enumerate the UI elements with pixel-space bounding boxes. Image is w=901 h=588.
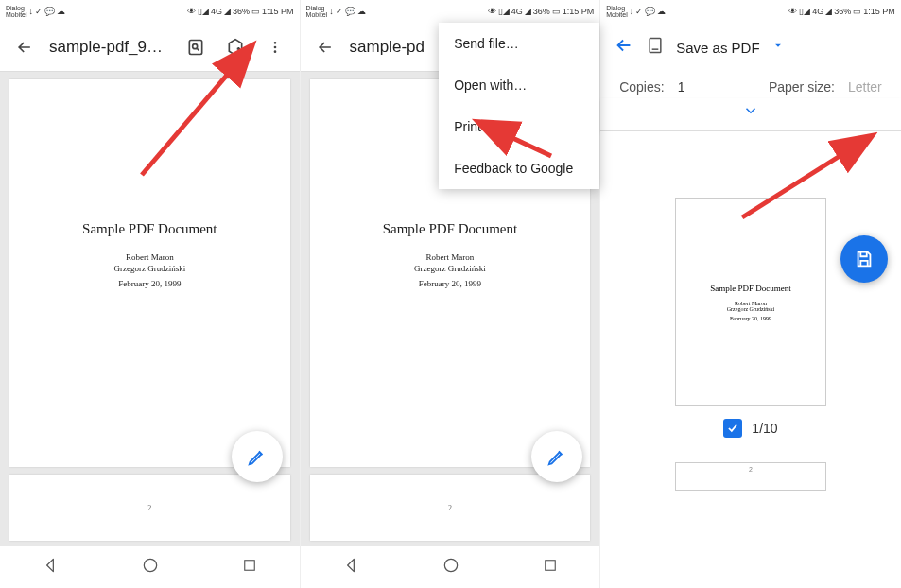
doc-title: Sample PDF Document: [383, 221, 518, 237]
doc-date: February 20, 1999: [730, 316, 771, 321]
back-icon[interactable]: [614, 35, 634, 60]
find-icon[interactable]: [181, 32, 211, 62]
page-counter: 1/10: [752, 421, 777, 436]
nav-back-icon[interactable]: [341, 556, 360, 579]
destination-label[interactable]: Save as PDF: [676, 40, 759, 56]
doc-date: February 20, 1999: [118, 279, 181, 288]
page-number: 2: [147, 504, 151, 512]
nav-recent-icon[interactable]: [542, 557, 559, 578]
panel-menu: Dialog Mobitel ↓ ✓ 💬 ☁ 👁 ▯◢ 4G ◢ 36% ▭ 1…: [301, 0, 601, 588]
pdf-icon: [646, 36, 665, 59]
carrier-top: Dialog: [6, 5, 27, 11]
status-bar: Dialog Mobitel ↓ ✓ 💬 ☁ 👁 ▯◢ 4G ◢ 36% ▭ 1…: [600, 0, 901, 23]
menu-item-send[interactable]: Send file…: [439, 23, 599, 64]
network-label: 4G: [511, 7, 523, 16]
nav-home-icon[interactable]: [442, 556, 460, 579]
cloud-icon: ☁: [657, 7, 666, 16]
page-number: 2: [749, 466, 753, 473]
battery-icon: ▭: [853, 7, 861, 16]
chevron-down-icon[interactable]: [771, 39, 785, 56]
download-icon: ↓: [329, 7, 334, 16]
menu-item-print[interactable]: Print: [439, 106, 599, 147]
save-fab[interactable]: [840, 235, 888, 283]
svg-point-1: [192, 43, 197, 48]
page-number: 2: [448, 504, 452, 512]
cloud-add-icon[interactable]: [220, 32, 251, 62]
clock: 1:15 PM: [262, 7, 294, 16]
carrier-bottom: Mobitel: [306, 11, 328, 18]
doc-author1: Robert Maron: [426, 252, 475, 262]
battery-pct: 36%: [533, 7, 550, 16]
battery-pct: 36%: [834, 7, 851, 16]
signal-icon: ▯◢: [198, 7, 209, 16]
edit-fab[interactable]: [531, 431, 582, 482]
pdf-page-1: Sample PDF Document Robert Maron Grzegor…: [9, 79, 290, 467]
svg-point-2: [273, 42, 276, 44]
signal2-icon: ◢: [525, 7, 531, 16]
chat-icon: 💬: [44, 7, 55, 16]
check-icon: ✓: [35, 7, 43, 16]
header: sample-pdf_935…: [0, 23, 300, 72]
download-icon: ↓: [630, 7, 634, 16]
svg-point-4: [273, 50, 276, 53]
carrier-bottom: Mobitel: [6, 11, 27, 18]
menu-item-feedback[interactable]: Feedback to Google: [439, 147, 599, 189]
check-icon: ✓: [336, 7, 343, 16]
preview-page-1: Sample PDF Document Robert Maron Grzegor…: [675, 198, 826, 406]
carrier-top: Dialog: [606, 5, 628, 11]
svg-point-5: [145, 559, 157, 571]
signal2-icon: ◢: [825, 7, 832, 16]
more-icon[interactable]: [260, 32, 290, 62]
doc-author2: Grzegorz Grudziński: [113, 264, 185, 273]
nav-bar: [0, 546, 300, 588]
svg-rect-6: [245, 561, 255, 571]
svg-rect-9: [546, 561, 556, 571]
back-icon[interactable]: [310, 32, 340, 62]
nav-bar: [301, 546, 600, 588]
svg-point-8: [444, 559, 457, 571]
menu-item-open-with[interactable]: Open with…: [439, 64, 599, 106]
signal-icon: ▯◢: [799, 7, 810, 16]
download-icon: ↓: [29, 7, 34, 16]
doc-title: Sample PDF Document: [710, 284, 791, 293]
expand-toggle[interactable]: [600, 98, 901, 131]
cloud-icon: ☁: [357, 7, 366, 16]
preview-page-2: 2: [675, 462, 826, 491]
no-eye-icon: 👁: [788, 7, 797, 16]
checkbox-icon[interactable]: [723, 419, 742, 438]
nav-back-icon[interactable]: [41, 556, 60, 579]
panel-print: Dialog Mobitel ↓ ✓ 💬 ☁ 👁 ▯◢ 4G ◢ 36% ▭ 1…: [600, 0, 901, 588]
doc-author2: Grzegorz Grudziński: [414, 264, 486, 273]
chat-icon: 💬: [645, 7, 655, 16]
edit-fab[interactable]: [232, 431, 283, 482]
paper-label: Paper size:: [769, 79, 835, 95]
print-options: Copies: 1 Paper size: Letter: [600, 72, 901, 98]
doc-date: February 20, 1999: [419, 279, 481, 288]
battery-pct: 36%: [233, 7, 250, 16]
print-header: Save as PDF: [600, 23, 901, 72]
status-bar: Dialog Mobitel ↓ ✓ 💬 ☁ 👁 ▯◢ 4G ◢ 36% ▭ 1…: [301, 0, 600, 23]
back-icon[interactable]: [9, 32, 40, 62]
carrier-bottom: Mobitel: [606, 11, 628, 18]
battery-icon: ▭: [552, 7, 561, 16]
copies-value[interactable]: 1: [678, 79, 685, 95]
page-select-row[interactable]: 1/10: [723, 419, 777, 438]
content[interactable]: Sample PDF Document Robert Maron Grzegor…: [0, 72, 300, 546]
signal2-icon: ◢: [224, 7, 231, 16]
pdf-page-2: 2: [9, 475, 290, 541]
carrier-top: Dialog: [306, 5, 328, 11]
doc-title: Sample PDF Document: [82, 221, 217, 237]
svg-rect-0: [189, 40, 201, 54]
paper-value[interactable]: Letter: [848, 79, 882, 95]
chat-icon: 💬: [345, 7, 355, 16]
doc-author1: Robert Maron: [126, 252, 174, 262]
nav-home-icon[interactable]: [141, 556, 160, 579]
doc-author2: Grzegorz Grudziński: [727, 306, 774, 312]
nav-recent-icon[interactable]: [241, 557, 258, 578]
pdf-page-2: 2: [310, 475, 591, 541]
cloud-icon: ☁: [57, 7, 65, 16]
clock: 1:15 PM: [563, 7, 595, 16]
panel-viewer: Dialog Mobitel ↓ ✓ 💬 ☁ 👁 ▯◢ 4G ◢ 36% ▭ 1…: [0, 0, 301, 588]
print-preview[interactable]: Sample PDF Document Robert Maron Grzegor…: [600, 131, 901, 588]
signal-icon: ▯◢: [498, 7, 510, 16]
